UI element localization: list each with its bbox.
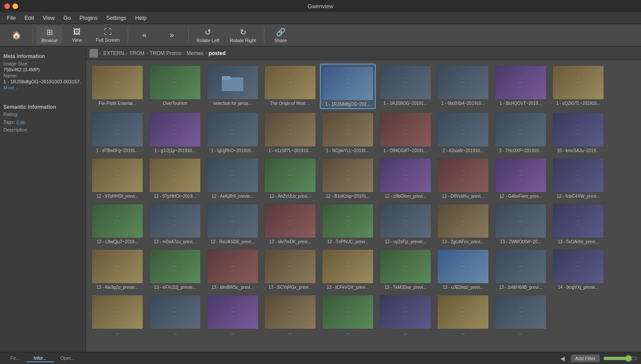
thumbnail-item[interactable]: ▪▪▪▪▪▪▪▪▪▪▪13 - 2WMOtXW~20...: [493, 202, 549, 246]
toolbar-separator-1: [33, 28, 33, 43]
menu-file[interactable]: File: [3, 13, 19, 22]
thumbnail-item[interactable]: ▪▪▪▪▪▪▪▪▪▪▪12 - s6r7mDK_previ...: [262, 202, 318, 246]
menu-edit[interactable]: Edit: [21, 13, 37, 22]
thumbnail-item[interactable]: ▪▪▪▪▪▪▪▪▪▪▪12 - uy2sFjz_previe...: [377, 202, 433, 246]
thumbnail-image: ▪▪▪▪▪▪▪▪▪▪▪: [92, 204, 143, 238]
thumbnail-item[interactable]: ▪▪▪▪▪▪▪▪▪▪▪1 - 1RJS8OG~20191...: [377, 64, 433, 109]
thumbnail-item[interactable]: ▪▪▪▪▪▪▪▪▪▪▪OverTourism: [147, 64, 203, 109]
thumbnail-item[interactable]: ▪▪▪▪▪▪▪▪▪▪▪1 - 6bc0Xb4~201910...: [435, 64, 491, 109]
thumbnail-item[interactable]: ▪▪▪▪▪▪▪▪▪▪▪1 - cQZlGTL~201910...: [550, 64, 606, 109]
breadcrumb-memes[interactable]: Memes: [187, 50, 203, 56]
rotate-right-button[interactable]: ↻ Rotate Right: [225, 26, 260, 45]
fullscreen-button[interactable]: ⛶ Full Screen: [92, 26, 124, 44]
thumbnail-item[interactable]: ▪▪▪▪▪▪▪▪▪▪▪1 - BcHQOVT~2019...: [493, 64, 549, 109]
tab-oper[interactable]: Oper...: [54, 355, 82, 362]
nav-left-button[interactable]: ◀: [558, 354, 567, 363]
thumbnail-item[interactable]: ▪▪▪▪▪▪▪▪▪▪▪12 - 97pHHOt_previ...: [89, 156, 145, 200]
thumbnail-item[interactable]: ▪▪▪▪▪▪▪▪▪▪▪3 - 7Hct3XF~201910...: [493, 111, 549, 155]
thumbnail-image: ▪▪▪▪▪▪▪▪▪▪▪: [495, 204, 546, 238]
thumbnail-item[interactable]: ▪▪▪▪▪▪▪▪▪▪▪13 - idm8WSc_previ...: [205, 248, 261, 291]
share-button[interactable]: 🔗 Share: [268, 26, 294, 45]
thumbnail-item[interactable]: ▪▪▪▪▪▪▪▪▪▪▪1 - n1z187L~201910...: [262, 111, 318, 155]
thumbnail-item[interactable]: ▪▪▪▪▪▪▪▪▪▪▪...: [435, 293, 491, 337]
thumbnail-item[interactable]: ▪▪▪▪▪▪▪▪▪▪▪12 - 97pHHOt~2019...: [147, 156, 203, 200]
thumbnail-item[interactable]: ▪▪▪▪▪▪▪▪▪▪▪12 - D0VckHu_previ...: [435, 156, 491, 200]
toolbar-separator-3: [188, 28, 189, 43]
breadcrumb-trom-promo[interactable]: TROM Promo: [150, 50, 181, 56]
thumbnail-item[interactable]: ▪▪▪▪▪▪▪▪▪▪▪12 - TnPfVJC_previ...: [320, 202, 376, 246]
thumbnail-item[interactable]: ▪▪▪▪▪▪▪▪▪▪▪1 - g1r2j1p~201910...: [147, 111, 203, 155]
thumbnail-item[interactable]: ▪▪▪▪▪▪▪▪▪▪▪13 - eFXc22j_previe...: [147, 248, 203, 291]
edit-tags-link[interactable]: Edit: [16, 120, 25, 125]
thumbnail-item[interactable]: ▪▪▪▪▪▪▪▪▪▪▪13 - SCYqRGx_previ...: [262, 248, 318, 291]
thumbnail-item[interactable]: ▪▪▪▪▪▪▪▪▪▪▪12 - AeKj8HI_previe...: [205, 156, 261, 200]
thumbnail-item[interactable]: ▪▪▪▪▪▪▪▪▪▪▪13 - tCFkVQX_previ...: [320, 248, 376, 291]
menu-view[interactable]: View: [39, 13, 58, 22]
add-filter-button[interactable]: Add Filter: [571, 355, 600, 362]
menu-plugins[interactable]: Plugins: [76, 13, 101, 22]
thumbnail-item[interactable]: ▪▪▪▪▪▪▪▪▪▪▪13 - 5xOArIm_previ...: [550, 202, 606, 246]
thumbnail-item[interactable]: ▪▪▪▪▪▪▪▪▪▪▪...: [493, 293, 549, 337]
thumbnail-label: 1 - n1z187L~201910...: [269, 148, 312, 153]
thumbnail-item[interactable]: ▪▪▪▪▪▪▪▪▪▪▪12 - AhZcULb_previ...: [262, 156, 318, 200]
main-area: Meta Information Image Size: 758x462 (0.…: [0, 46, 641, 352]
thumbnail-item[interactable]: ▪▪▪▪▪▪▪▪▪▪▪12 - B1nKzxp~20191...: [320, 156, 376, 200]
home-button[interactable]: 🏠: [3, 29, 29, 42]
thumbnail-item[interactable]: ▪▪▪▪▪▪▪▪▪▪▪12 - G4beFwm_prev...: [493, 156, 549, 200]
tab-folder[interactable]: Fo...: [3, 355, 27, 362]
thumbnail-item[interactable]: ▪▪▪▪▪▪▪▪▪▪▪13 - Aie3g2p_previe...: [89, 248, 145, 291]
back-icon: «: [142, 31, 147, 40]
zoom-slider[interactable]: [603, 355, 638, 362]
thumbnail-item[interactable]: ▪▪▪▪▪▪▪▪▪▪▪...: [377, 293, 433, 337]
forward-button[interactable]: »: [159, 29, 185, 41]
thumbnail-item[interactable]: ▪▪▪▪▪▪▪▪▪▪▪12 - L8wQju7~2019...: [89, 202, 145, 246]
back-button[interactable]: «: [132, 29, 157, 41]
thumbnail-item[interactable]: ▪▪▪▪▪▪▪▪▪▪▪...: [320, 293, 376, 337]
menu-help[interactable]: Help: [132, 13, 150, 22]
thumbnail-item[interactable]: ▪▪▪▪▪▪▪▪▪▪▪12 - RsUASDE_previ...: [205, 202, 261, 246]
thumbnail-item[interactable]: ▪▪▪▪▪▪▪▪▪▪▪12 - m0aA7zu_previ...: [147, 202, 203, 246]
thumbnail-item[interactable]: ▪▪▪▪▪▪▪▪▪▪▪14 - 9cqjVXj_previe...: [550, 248, 606, 291]
toolbar-separator-2: [128, 28, 128, 43]
thumbnail-image: ▪▪▪▪▪▪▪▪▪▪▪: [437, 113, 489, 147]
thumbnail-item[interactable]: ▪▪▪▪▪▪▪▪▪▪▪13 - zvWH69B_previ...: [493, 248, 549, 291]
breadcrumb-folder-icon: [89, 49, 98, 58]
breadcrumb-trom[interactable]: TROM: [129, 50, 144, 56]
thumbnail-item[interactable]: ▪▪▪▪▪▪▪▪▪▪▪12 - IUpC4XW_previ...: [550, 156, 606, 200]
thumbnail-item[interactable]: ▪▪▪▪▪▪▪▪▪▪▪1 - 1RJS8dfgOG~201...: [320, 64, 376, 109]
more-link[interactable]: More...: [3, 85, 82, 90]
thumbnail-item[interactable]: ▪▪▪▪▪▪▪▪▪▪▪2 - A2iuafz~201910...: [435, 111, 491, 155]
thumbnail-label: 13 - 2gUAFos_previ...: [442, 239, 484, 244]
thumbnail-item[interactable]: selection for janua...: [205, 64, 261, 109]
thumbnail-image: ▪▪▪▪▪▪▪▪▪▪▪: [380, 249, 431, 284]
thumbnail-item[interactable]: ▪▪▪▪▪▪▪▪▪▪▪10 - kmcSAJu~2019...: [550, 111, 606, 155]
thumbnail-item[interactable]: ▪▪▪▪▪▪▪▪▪▪▪13 - TkMJDay_previ...: [377, 248, 433, 291]
thumbnail-item[interactable]: ▪▪▪▪▪▪▪▪▪▪▪13 - 2gUAFos_previ...: [435, 202, 491, 246]
menu-go[interactable]: Go: [60, 13, 74, 22]
thumbnail-item[interactable]: ▪▪▪▪▪▪▪▪▪▪▪...: [89, 293, 145, 337]
tab-info[interactable]: Infor...: [27, 355, 54, 362]
breadcrumb-extern[interactable]: EXTERN: [103, 50, 124, 56]
thumbnail-item[interactable]: ▪▪▪▪▪▪▪▪▪▪▪...: [205, 293, 261, 337]
menu-settings[interactable]: Settings: [103, 13, 130, 22]
thumbnail-image: ▪▪▪▪▪▪▪▪▪▪▪: [149, 295, 201, 329]
thumbnail-item[interactable]: ▪▪▪▪▪▪▪▪▪▪▪1 - NCpwYLL~20191...: [320, 111, 376, 155]
thumbnail-item[interactable]: ▪▪▪▪▪▪▪▪▪▪▪...: [147, 293, 203, 337]
thumbnail-item[interactable]: ▪▪▪▪▪▪▪▪▪▪▪1 - O94GG8T~20191...: [377, 111, 433, 155]
thumbnail-item[interactable]: ▪▪▪▪▪▪▪▪▪▪▪1 - IgUjRhO~201910...: [205, 111, 261, 155]
view-button[interactable]: 🖼 View: [64, 26, 90, 44]
statusbar-tabs: Fo... Infor... Oper...: [3, 355, 82, 362]
thumbnail-item[interactable]: ▪▪▪▪▪▪▪▪▪▪▪...: [262, 293, 318, 337]
thumbnail-image: ▪▪▪▪▪▪▪▪▪▪▪: [264, 295, 316, 329]
thumbnail-label: 12 - uy2sFjz_previe...: [385, 239, 426, 244]
thumbnail-item[interactable]: ▪▪▪▪▪▪▪▪▪▪▪The Origin of Most ...: [262, 64, 318, 109]
browse-button[interactable]: ⊞ Browse: [37, 26, 62, 45]
thumbnail-item[interactable]: ▪▪▪▪▪▪▪▪▪▪▪13 - u3E2kq0_previ...: [435, 248, 491, 291]
thumbnail-item[interactable]: ▪▪▪▪▪▪▪▪▪▪▪For-Profit Entertai...: [89, 64, 145, 109]
rotate-left-button[interactable]: ↺ Rotate Left: [192, 26, 224, 45]
thumbnail-item[interactable]: ▪▪▪▪▪▪▪▪▪▪▪1 - dTBw0Fg~20191...: [89, 111, 145, 155]
minimize-button[interactable]: [12, 3, 18, 9]
thumbnail-item[interactable]: ▪▪▪▪▪▪▪▪▪▪▪12 - c9bGfom_previ...: [377, 156, 433, 200]
close-button[interactable]: [4, 3, 10, 9]
thumbnail-image: ▪▪▪▪▪▪▪▪▪▪▪: [264, 158, 316, 193]
